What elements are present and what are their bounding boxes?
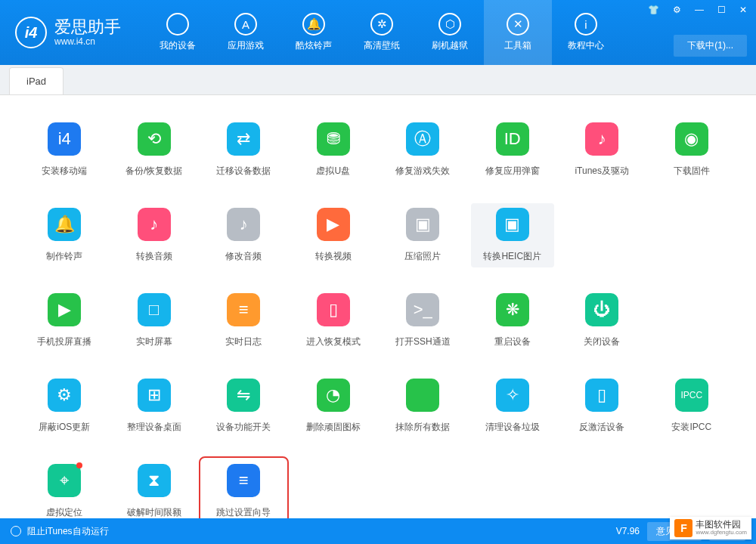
tool-label: 进入恢复模式 bbox=[306, 335, 361, 348]
logo-area: i4 爱思助手 www.i4.cn bbox=[15, 17, 121, 48]
tool-icon: ID bbox=[496, 122, 529, 156]
tool-item[interactable]: ID修复应用弹窗 bbox=[471, 118, 555, 182]
tool-label: 修复游戏失效 bbox=[395, 165, 450, 178]
tool-label: 破解时间限额 bbox=[127, 506, 181, 518]
nav-label: 酷炫铃声 bbox=[296, 39, 332, 52]
tool-label: 清理设备垃圾 bbox=[485, 421, 540, 434]
close-button[interactable]: ✕ bbox=[736, 3, 750, 17]
app-subtitle: www.i4.cn bbox=[54, 36, 121, 47]
nav-item-6[interactable]: i教程中心 bbox=[552, 0, 620, 65]
downloading-button[interactable]: 下载中(1)... bbox=[674, 35, 747, 57]
tool-item[interactable]: ▶转换视频 bbox=[292, 203, 376, 267]
tool-item[interactable]: ⧗破解时间限额 bbox=[113, 459, 197, 518]
tool-label: 实时日志 bbox=[225, 335, 262, 348]
tool-item[interactable]: 🔔制作铃声 bbox=[23, 203, 107, 267]
tool-item[interactable]: >_打开SSH通道 bbox=[381, 289, 465, 353]
nav-item-3[interactable]: ✲高清壁纸 bbox=[348, 0, 416, 65]
tool-label: 屏蔽iOS更新 bbox=[39, 421, 90, 434]
tool-item[interactable]: ⛃虚拟U盘 bbox=[292, 118, 376, 182]
tool-icon: ♪ bbox=[227, 208, 260, 241]
tool-item[interactable]: ⚙屏蔽iOS更新 bbox=[23, 374, 107, 438]
tool-icon: ❋ bbox=[496, 293, 529, 326]
app-header: i4 爱思助手 www.i4.cn 我的设备A应用游戏🔔酷炫铃声✲高清壁纸⬡刷机… bbox=[0, 0, 756, 65]
tool-item[interactable]: ♪转换音频 bbox=[113, 203, 197, 267]
tool-icon: ▶ bbox=[317, 208, 350, 241]
tool-icon: ▣ bbox=[496, 208, 529, 241]
tool-icon: ⚙ bbox=[48, 379, 81, 412]
nav-label: 应用游戏 bbox=[228, 39, 264, 52]
tool-label: 删除顽固图标 bbox=[306, 421, 361, 434]
tool-item[interactable]: ⌖虚拟定位 bbox=[23, 459, 107, 518]
tool-item[interactable]: ▣转换HEIC图片 bbox=[471, 203, 555, 267]
tool-item[interactable]: ♪iTunes及驱动 bbox=[560, 118, 644, 182]
tool-icon: IPCC bbox=[675, 379, 708, 412]
tshirt-icon[interactable]: 👕 bbox=[645, 3, 662, 17]
tool-item[interactable]: ⊞整理设备桌面 bbox=[113, 374, 197, 438]
minimize-button[interactable]: — bbox=[692, 3, 707, 17]
tool-label: 跳过设置向导 bbox=[216, 506, 271, 518]
tool-item[interactable]: i4安装移动端 bbox=[23, 118, 107, 182]
tool-label: 实时屏幕 bbox=[136, 335, 172, 348]
tool-item[interactable]: ▶手机投屏直播 bbox=[23, 289, 107, 353]
tool-icon: ≡ bbox=[227, 464, 260, 497]
tool-item[interactable]: ▯反激活设备 bbox=[560, 374, 644, 438]
tab-ipad[interactable]: iPad bbox=[9, 67, 64, 94]
tool-item[interactable]: 抹除所有数据 bbox=[381, 374, 465, 438]
watermark-url: www.dgfengtu.com bbox=[696, 530, 747, 536]
logo-icon: i4 bbox=[15, 17, 47, 48]
tool-icon: ▯ bbox=[317, 293, 350, 326]
tool-label: 压缩照片 bbox=[404, 250, 441, 263]
maximize-button[interactable]: ☐ bbox=[714, 3, 729, 17]
tool-icon: Ⓐ bbox=[406, 122, 439, 156]
tool-icon: ✧ bbox=[496, 379, 529, 412]
nav-icon: i bbox=[575, 13, 597, 36]
nav-item-0[interactable]: 我的设备 bbox=[144, 0, 212, 65]
nav-item-5[interactable]: ✕工具箱 bbox=[484, 0, 552, 65]
nav-item-1[interactable]: A应用游戏 bbox=[212, 0, 280, 65]
app-title: 爱思助手 bbox=[54, 18, 121, 36]
tool-label: 转换视频 bbox=[315, 250, 352, 263]
tool-item[interactable]: ◔删除顽固图标 bbox=[292, 374, 376, 438]
tool-label: 打开SSH通道 bbox=[395, 335, 451, 348]
tool-icon: ⛃ bbox=[317, 122, 350, 156]
tool-label: 备份/恢复数据 bbox=[125, 165, 182, 178]
tool-item[interactable]: IPCC安装IPCC bbox=[650, 374, 734, 438]
tool-item[interactable]: ✧清理设备垃圾 bbox=[471, 374, 555, 438]
block-itunes-label[interactable]: 阻止iTunes自动运行 bbox=[27, 525, 109, 538]
tool-icon: ⊞ bbox=[138, 379, 171, 412]
tool-label: 虚拟定位 bbox=[46, 506, 82, 518]
tool-label: 整理设备桌面 bbox=[127, 421, 181, 434]
tool-icon: ⧗ bbox=[138, 464, 171, 497]
tool-label: 修复应用弹窗 bbox=[485, 165, 540, 178]
tool-item[interactable]: ⟲备份/恢复数据 bbox=[113, 118, 197, 182]
main-nav: 我的设备A应用游戏🔔酷炫铃声✲高清壁纸⬡刷机越狱✕工具箱i教程中心 bbox=[144, 0, 620, 65]
tool-label: 虚拟U盘 bbox=[316, 165, 350, 178]
tool-item[interactable]: ▯进入恢复模式 bbox=[292, 289, 376, 353]
tool-label: 转换音频 bbox=[136, 250, 172, 263]
tool-item[interactable]: ⏻关闭设备 bbox=[560, 289, 644, 353]
tool-item[interactable]: ⇋设备功能开关 bbox=[202, 374, 286, 438]
nav-item-2[interactable]: 🔔酷炫铃声 bbox=[280, 0, 348, 65]
nav-label: 教程中心 bbox=[568, 39, 604, 52]
tool-item[interactable]: ▣压缩照片 bbox=[381, 203, 465, 267]
tool-icon: ⌖ bbox=[48, 464, 81, 497]
tool-item[interactable]: ≡跳过设置向导 bbox=[202, 459, 286, 518]
nav-item-4[interactable]: ⬡刷机越狱 bbox=[416, 0, 484, 65]
tool-label: iTunes及驱动 bbox=[575, 165, 629, 178]
tool-label: 安装IPCC bbox=[671, 421, 711, 434]
gear-icon[interactable]: ⚙ bbox=[670, 3, 684, 17]
tool-label: 抹除所有数据 bbox=[395, 421, 450, 434]
tool-item[interactable]: Ⓐ修复游戏失效 bbox=[381, 118, 465, 182]
tool-icon: ▶ bbox=[48, 293, 81, 326]
tool-icon: ▣ bbox=[406, 208, 439, 241]
tool-item[interactable]: ◉下载固件 bbox=[650, 118, 734, 182]
tool-item[interactable]: □实时屏幕 bbox=[113, 289, 197, 353]
tool-icon: ⇋ bbox=[227, 379, 260, 412]
tool-icon: ♪ bbox=[138, 208, 171, 241]
tool-item[interactable]: ⇄迁移设备数据 bbox=[202, 118, 286, 182]
tool-item[interactable]: ≡实时日志 bbox=[202, 289, 286, 353]
tool-label: 迁移设备数据 bbox=[216, 165, 271, 178]
tool-item[interactable]: ♪修改音频 bbox=[202, 203, 286, 267]
tool-label: 手机投屏直播 bbox=[37, 335, 91, 348]
tool-item[interactable]: ❋重启设备 bbox=[471, 289, 555, 353]
